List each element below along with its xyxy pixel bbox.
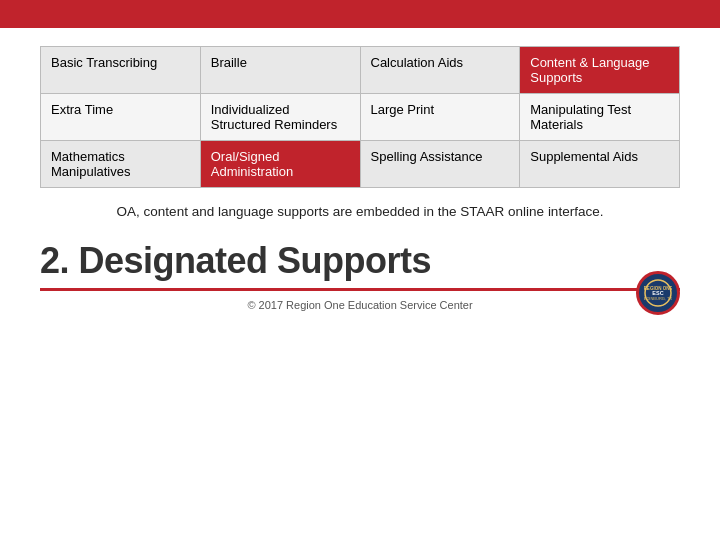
table-cell: Braille: [200, 47, 360, 94]
table-cell: Basic Transcribing: [41, 47, 201, 94]
table-cell: Mathematics Manipulatives: [41, 141, 201, 188]
region-badge: REGION ONE ESC EDINBURG, TX: [636, 271, 680, 315]
footer: © 2017 Region One Education Service Cent…: [40, 299, 680, 311]
section-divider: [40, 288, 680, 291]
section-title: 2. Designated Supports: [40, 240, 680, 282]
table-cell: Oral/Signed Administration: [200, 141, 360, 188]
table-cell: Supplemental Aids: [520, 141, 680, 188]
oa-note: OA, content and language supports are em…: [40, 202, 680, 222]
table-cell: Content & Language Supports: [520, 47, 680, 94]
table-cell: Large Print: [360, 94, 520, 141]
table-cell: Spelling Assistance: [360, 141, 520, 188]
table-cell: Extra Time: [41, 94, 201, 141]
top-bar: [0, 0, 720, 28]
svg-text:EDINBURG, TX: EDINBURG, TX: [644, 296, 672, 301]
table-cell: Calculation Aids: [360, 47, 520, 94]
table-cell: Individualized Structured Reminders: [200, 94, 360, 141]
table-cell: Manipulating Test Materials: [520, 94, 680, 141]
footer-text: © 2017 Region One Education Service Cent…: [247, 299, 472, 311]
supports-table: Basic TranscribingBrailleCalculation Aid…: [40, 46, 680, 188]
